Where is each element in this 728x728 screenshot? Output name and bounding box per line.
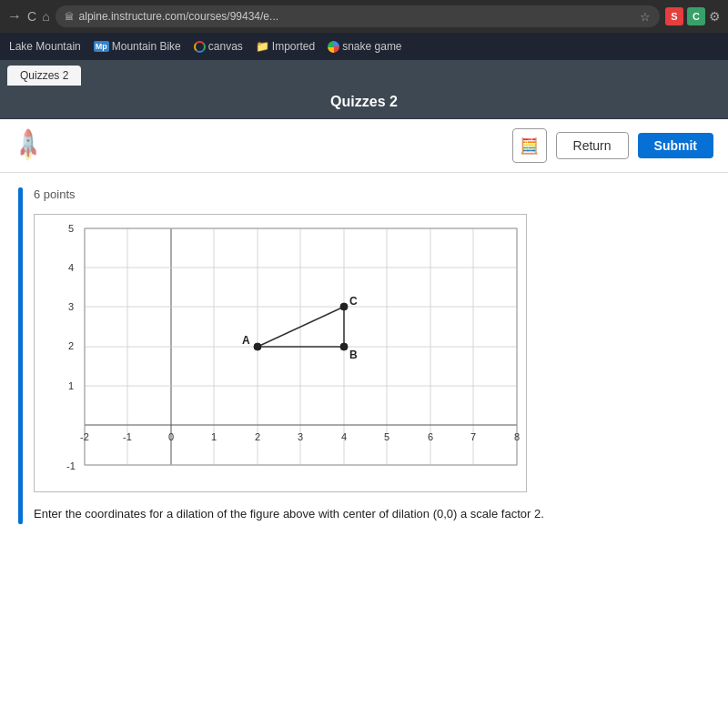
calculator-button[interactable]: 🧮 xyxy=(512,128,547,163)
bookmark-mountain-bike[interactable]: Mp Mountain Bike xyxy=(94,40,181,53)
toolbar: 🚀 🧮 Return Submit xyxy=(0,119,728,173)
svg-text:8: 8 xyxy=(514,431,520,442)
refresh-button[interactable]: C xyxy=(27,9,36,24)
bookmark-lake-mountain[interactable]: Lake Mountain xyxy=(9,40,81,53)
graph-container: -2 -1 0 1 2 3 4 5 6 7 8 5 4 3 2 1 xyxy=(34,214,527,492)
svg-text:5: 5 xyxy=(68,223,74,234)
svg-text:3: 3 xyxy=(68,301,74,312)
points-label: 6 points xyxy=(34,187,710,201)
svg-text:0: 0 xyxy=(168,431,174,442)
question-accent-bar xyxy=(18,187,23,524)
extensions-icon[interactable]: ⚙ xyxy=(709,9,721,24)
back-button[interactable]: → xyxy=(7,8,22,25)
folder-icon: 📁 xyxy=(256,40,269,53)
svg-text:2: 2 xyxy=(68,340,74,351)
svg-text:4: 4 xyxy=(341,431,347,442)
svg-point-44 xyxy=(340,303,348,310)
google-icon xyxy=(328,41,339,53)
site-icon: 🏛 xyxy=(65,12,74,22)
rocket-icon: 🚀 xyxy=(9,126,46,164)
page-title-bar: Quizzes 2 xyxy=(0,86,728,119)
star-icon: ☆ xyxy=(640,10,651,24)
address-bar[interactable]: 🏛 alpine.instructure.com/courses/99434/e… xyxy=(56,5,660,27)
bookmark-imported[interactable]: 📁 Imported xyxy=(256,40,315,53)
svg-point-40 xyxy=(254,343,261,350)
svg-rect-0 xyxy=(35,215,526,488)
return-button[interactable]: Return xyxy=(556,132,629,159)
quizzes-tab[interactable]: Quizzes 2 xyxy=(7,66,81,86)
extension-s-icon[interactable]: S xyxy=(665,7,683,25)
svg-text:7: 7 xyxy=(470,431,476,442)
home-button[interactable]: ⌂ xyxy=(42,9,49,24)
page-title: Quizzes 2 xyxy=(330,94,398,109)
submit-button[interactable]: Submit xyxy=(638,133,713,158)
tab-bar: Quizzes 2 xyxy=(0,60,728,86)
svg-text:-1: -1 xyxy=(123,431,132,442)
extension-c-icon[interactable]: C xyxy=(687,7,705,25)
svg-text:B: B xyxy=(349,349,358,361)
toolbar-left: 🚀 xyxy=(15,133,503,158)
svg-point-42 xyxy=(340,343,348,350)
browser-chrome: → C ⌂ 🏛 alpine.instructure.com/courses/9… xyxy=(0,0,728,33)
svg-text:1: 1 xyxy=(68,380,74,391)
svg-text:2: 2 xyxy=(255,431,260,442)
browser-extension-icons: S C ⚙ xyxy=(665,7,721,25)
coordinate-graph: -2 -1 0 1 2 3 4 5 6 7 8 5 4 3 2 1 xyxy=(35,215,526,488)
svg-text:-2: -2 xyxy=(80,431,89,442)
svg-text:5: 5 xyxy=(384,431,389,442)
bookmark-canvas[interactable]: canvas xyxy=(194,40,243,53)
svg-text:A: A xyxy=(242,334,250,347)
svg-text:4: 4 xyxy=(68,262,74,273)
bookmark-snake-game[interactable]: snake game xyxy=(328,40,401,53)
svg-text:3: 3 xyxy=(298,431,303,442)
svg-text:1: 1 xyxy=(211,431,217,442)
address-text: alpine.instructure.com/courses/99434/e..… xyxy=(79,10,634,23)
mp-icon: Mp xyxy=(94,41,109,52)
svg-text:C: C xyxy=(349,295,358,308)
svg-text:-1: -1 xyxy=(66,460,76,471)
canvas-icon xyxy=(194,41,206,53)
question-area: 6 points xyxy=(0,173,728,539)
svg-text:6: 6 xyxy=(428,431,433,442)
bookmarks-bar: Lake Mountain Mp Mountain Bike canvas 📁 … xyxy=(0,33,728,60)
question-text: Enter the coordinates for a dilation of … xyxy=(34,505,710,524)
